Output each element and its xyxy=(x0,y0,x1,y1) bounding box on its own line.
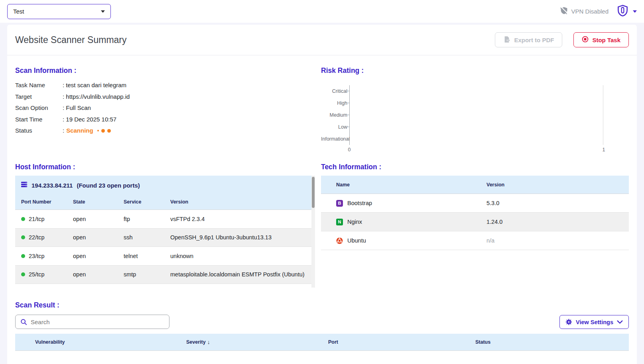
chevron-down-icon xyxy=(101,10,105,13)
port-open-dot-icon xyxy=(21,272,25,276)
scrollbar-thumb[interactable] xyxy=(312,177,315,208)
chart-xtick: 1 xyxy=(603,147,605,153)
vpn-disabled-icon xyxy=(560,6,568,16)
app-shield-logo-icon xyxy=(617,5,628,18)
page-background: Website Scanner Summary Export to PDF xyxy=(0,23,644,364)
risk-rating-chart: Critical High Medium Low Informational xyxy=(321,85,629,145)
view-settings-button[interactable]: View Settings xyxy=(559,315,629,329)
chart-ylabel: Medium xyxy=(321,109,347,121)
tech-information-title: Tech Information : xyxy=(321,163,629,171)
host-information-title: Host Information : xyxy=(15,163,315,171)
task-selector-value: Test xyxy=(13,8,24,15)
summary-card: Website Scanner Summary Export to PDF xyxy=(7,25,637,364)
port-open-dot-icon xyxy=(21,217,25,221)
server-icon xyxy=(21,182,28,189)
vpn-status-label: VPN Disabled xyxy=(571,8,609,15)
port-open-dot-icon xyxy=(21,254,25,258)
gear-icon xyxy=(565,319,572,325)
chevron-down-icon xyxy=(617,320,623,324)
host-col-state: State xyxy=(73,199,124,205)
stop-circle-icon xyxy=(582,36,589,44)
host-open-ports-count: (Found 23 open ports) xyxy=(77,182,140,189)
stop-task-button[interactable]: Stop Task xyxy=(573,32,629,47)
result-col-severity[interactable]: Severity ↓ xyxy=(186,339,328,345)
tech-table: Name Version B Bootstrap 5.3.0 N Ngin xyxy=(321,176,629,250)
scan-result-table-header: Vulnerability Severity ↓ Port Status xyxy=(15,334,629,351)
topbar: Test VPN Disabled xyxy=(0,0,644,23)
port-open-dot-icon xyxy=(21,235,25,239)
bootstrap-icon: B xyxy=(336,200,343,207)
host-ip: 194.233.84.211 xyxy=(32,182,73,189)
scan-result-section: Scan Result : xyxy=(15,301,629,351)
ubuntu-icon xyxy=(336,237,343,244)
scan-info-row: Scan Option : Full Scan xyxy=(15,102,315,114)
table-row: Ubuntu n/a xyxy=(321,231,629,250)
table-row: B Bootstrap 5.3.0 xyxy=(321,194,629,213)
result-col-status[interactable]: Status xyxy=(475,339,629,345)
search-box xyxy=(15,315,169,329)
tech-col-name: Name xyxy=(336,182,486,188)
host-information-section: Host Information : xyxy=(15,163,315,288)
risk-rating-section: Risk Rating : Critical High Medium Low I… xyxy=(321,67,629,153)
table-row: 21/tcp open ftp vsFTPd 2.3.4 xyxy=(15,210,315,229)
result-col-vulnerability[interactable]: Vulnerability xyxy=(35,339,186,345)
scan-result-title: Scan Result : xyxy=(15,301,629,309)
host-table-scrollbar[interactable] xyxy=(311,176,315,288)
tech-information-section: Tech Information : Name Version B Bootst… xyxy=(321,163,629,288)
scan-info-row: Start Time : 19 Dec 2025 10:57 xyxy=(15,114,315,125)
risk-rating-title: Risk Rating : xyxy=(321,67,629,75)
host-col-service: Service xyxy=(124,199,170,205)
sort-desc-icon: ↓ xyxy=(207,339,210,345)
table-row: 25/tcp open smtp metasploitable.localdom… xyxy=(15,266,315,284)
scan-information-title: Scan Information : xyxy=(15,67,315,75)
result-col-port[interactable]: Port xyxy=(328,339,475,345)
table-row: 23/tcp open telnet unknown xyxy=(15,247,315,266)
nginx-icon: N xyxy=(336,219,343,225)
scan-information-section: Scan Information : Task Name : test scan… xyxy=(15,67,315,153)
table-row: 22/tcp open ssh OpenSSH_9.6p1 Ubuntu-3ub… xyxy=(15,229,315,247)
chart-plot-area xyxy=(349,85,603,145)
table-row: N Nginx 1.24.0 xyxy=(321,213,629,231)
chart-ylabel: Critical xyxy=(321,85,347,97)
tech-col-version: Version xyxy=(486,182,623,188)
chart-ylabel: Informational xyxy=(321,133,347,145)
chart-ylabel: High xyxy=(321,97,347,109)
scan-status-row: Status : Scanning xyxy=(15,125,315,137)
task-selector[interactable]: Test xyxy=(7,4,111,19)
export-pdf-button[interactable]: Export to PDF xyxy=(495,32,562,47)
host-table: 194.233.84.211 (Found 23 open ports) Por… xyxy=(15,176,315,288)
account-menu-caret-icon[interactable] xyxy=(633,10,637,13)
scanning-progress-dots xyxy=(97,125,111,137)
search-input[interactable] xyxy=(31,319,164,325)
page-title: Website Scanner Summary xyxy=(15,35,127,45)
status-badge: Scanning xyxy=(66,125,93,137)
file-export-icon xyxy=(503,36,510,44)
host-col-version: Version xyxy=(170,199,309,205)
host-col-port: Port Number xyxy=(21,199,73,205)
search-icon xyxy=(20,319,27,325)
scan-info-row: Task Name : test scan dari telegram xyxy=(15,80,315,91)
chart-xtick: 0 xyxy=(348,147,351,153)
chart-ylabel: Low xyxy=(321,121,347,133)
scan-info-row: Target : https://vulnlib.vulnapp.id xyxy=(15,91,315,103)
